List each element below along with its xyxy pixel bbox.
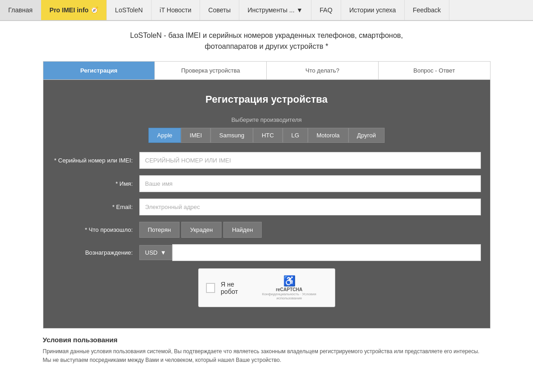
nav-item-itnews[interactable]: iT Новости <box>152 0 201 20</box>
event-stolen[interactable]: Украден <box>181 222 222 238</box>
currency-select[interactable]: USD ▼ <box>139 245 172 260</box>
currency-label: USD <box>145 249 158 256</box>
serial-label: * Серийный номер или IMEI: <box>53 157 139 164</box>
captcha-text: Я не робот <box>221 281 251 295</box>
event-found[interactable]: Найден <box>223 222 262 238</box>
terms-section: Условия пользования Принимая данные усло… <box>43 329 491 368</box>
nav-label-tools: Инструменты ... <box>248 6 295 14</box>
captcha-area: Я не робот ♿ reCAPTCHA Конфиденциальност… <box>53 268 481 307</box>
tab-what-to-do[interactable]: Что делать? <box>267 62 379 79</box>
nav-label-home: Главная <box>8 6 32 14</box>
nav-label-proimei: Pro IMEI info <box>49 6 89 14</box>
reward-input[interactable] <box>172 244 481 261</box>
mfr-motorola[interactable]: Motorola <box>308 128 348 143</box>
event-label: * Что произошло: <box>53 226 139 233</box>
nav-label-success: Истории успеха <box>349 6 396 14</box>
manufacturer-tabs: Apple IMEI Samsung HTC LG Motorola Друго… <box>53 128 481 143</box>
terms-title: Условия пользования <box>43 336 491 344</box>
nav-label-itnews: iT Новости <box>160 6 192 14</box>
nav-label-faq: FAQ <box>320 6 332 14</box>
nav-item-tools[interactable]: Инструменты ... ▼ <box>239 0 311 20</box>
manufacturer-label: Выберите производителя <box>53 116 481 123</box>
mfr-apple[interactable]: Apple <box>148 128 181 143</box>
page-title: LoSToleN - база IMEI и серийных номеров … <box>43 30 491 52</box>
captcha-box: Я не робот ♿ reCAPTCHA Конфиденциальност… <box>198 268 335 307</box>
nav-item-proimei[interactable]: Pro IMEI info 🧭 <box>41 0 107 20</box>
email-input[interactable] <box>139 199 481 215</box>
nav-bar: Главная Pro IMEI info 🧭 LoSToleN iT Ново… <box>0 0 533 21</box>
reward-row: Вознаграждение: USD ▼ <box>53 244 481 261</box>
mfr-imei[interactable]: IMEI <box>181 128 211 143</box>
captcha-left: Я не робот <box>206 281 251 295</box>
page-title-line1: LoSToleN - база IMEI и серийных номеров … <box>43 30 491 41</box>
chevron-down-icon: ▼ <box>160 249 166 256</box>
form-title: Регистрация устройства <box>53 94 481 105</box>
event-row: * Что произошло: Потерян Украден Найден <box>53 222 481 238</box>
nav-label-tips: Советы <box>208 6 231 14</box>
mfr-other[interactable]: Другой <box>348 128 385 143</box>
tab-qa[interactable]: Вопрос - Ответ <box>379 62 490 79</box>
mfr-lg[interactable]: LG <box>283 128 308 143</box>
nav-item-feedback[interactable]: Feedback <box>405 0 449 20</box>
nav-item-success[interactable]: Истории успеха <box>341 0 405 20</box>
mfr-samsung[interactable]: Samsung <box>211 128 253 143</box>
terms-text2: Мы не выступаем посредниками между Вами … <box>43 356 491 365</box>
tab-check-device[interactable]: Проверка устройства <box>155 62 267 79</box>
nav-item-lostolen[interactable]: LoSToleN <box>107 0 152 20</box>
compass-icon: 🧭 <box>90 6 98 14</box>
captcha-brand: reCAPTCHA <box>276 287 302 292</box>
name-row: * Имя: <box>53 175 481 192</box>
nav-label-feedback: Feedback <box>413 6 441 14</box>
nav-item-faq[interactable]: FAQ <box>311 0 341 20</box>
mfr-htc[interactable]: HTC <box>253 128 283 143</box>
name-input[interactable] <box>139 175 481 192</box>
email-label: * Email: <box>53 204 139 210</box>
captcha-links: Конфиденциальность · Условия использован… <box>251 292 327 300</box>
page-title-line2: фотоаппаратов и других устройств * <box>43 41 491 52</box>
email-row: * Email: <box>53 199 481 215</box>
captcha-checkbox[interactable] <box>206 283 216 293</box>
nav-label-lostolen: LoSToleN <box>115 6 143 14</box>
page-content: LoSToleN - база IMEI и серийных номеров … <box>38 21 495 377</box>
tab-registration[interactable]: Регистрация <box>43 62 155 79</box>
event-lost[interactable]: Потерян <box>139 222 180 238</box>
serial-input[interactable] <box>139 152 481 169</box>
dropdown-icon: ▼ <box>296 6 303 14</box>
captcha-logo: ♿ reCAPTCHA Конфиденциальность · Условия… <box>251 275 327 300</box>
reward-label: Вознаграждение: <box>53 249 139 256</box>
event-buttons: Потерян Украден Найден <box>139 222 262 238</box>
nav-item-home[interactable]: Главная <box>0 0 41 20</box>
serial-row: * Серийный номер или IMEI: <box>53 152 481 169</box>
section-tabs: Регистрация Проверка устройства Что дела… <box>43 61 491 80</box>
recaptcha-icon: ♿ <box>283 275 296 287</box>
terms-text1: Принимая данные условия пользования сист… <box>43 347 491 356</box>
name-label: * Имя: <box>53 180 139 187</box>
form-panel: Регистрация устройства Выберите производ… <box>43 80 491 329</box>
nav-item-tips[interactable]: Советы <box>200 0 239 20</box>
